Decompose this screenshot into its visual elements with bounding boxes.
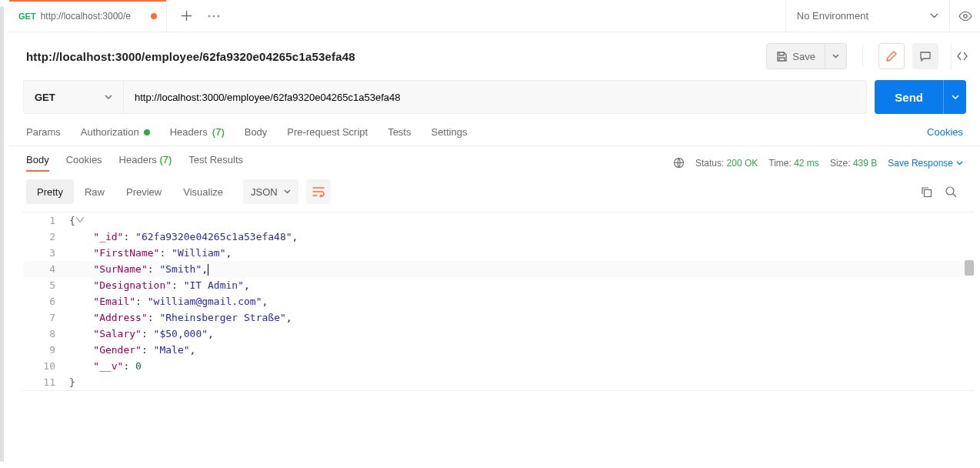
request-tabs: Params Authorization Headers (7) Body Pr… — [9, 114, 980, 145]
code-token: "Email" — [93, 296, 135, 307]
request-name[interactable]: http://localhost:3000/employee/62fa9320e… — [26, 50, 355, 63]
code-token: "Designation" — [93, 279, 172, 291]
code-icon — [957, 51, 968, 62]
tab-authorization[interactable]: Authorization — [81, 126, 150, 138]
plus-icon — [181, 10, 192, 22]
view-toolbar: Pretty Raw Preview Visualize JSON — [9, 172, 980, 212]
code-token: "_id" — [93, 231, 123, 242]
tab-body[interactable]: Body — [245, 126, 268, 138]
res-tab-body[interactable]: Body — [26, 154, 49, 172]
view-preview[interactable]: Preview — [115, 179, 172, 204]
environment-quicklook-button[interactable] — [949, 0, 980, 32]
left-gutter-handle[interactable] — [0, 6, 4, 462]
search-button[interactable] — [938, 179, 963, 204]
chevron-down-icon — [952, 95, 959, 99]
chevron-down-icon — [284, 189, 291, 194]
tab-method-label: GET — [18, 12, 36, 21]
dots-icon — [208, 15, 220, 18]
code-token: "Smith" — [159, 263, 202, 275]
save-button[interactable]: Save — [766, 43, 825, 69]
pencil-icon — [885, 50, 898, 62]
edit-button[interactable] — [878, 43, 905, 69]
chevron-down-icon — [956, 161, 963, 165]
send-button[interactable]: Send — [875, 80, 943, 114]
svg-point-6 — [946, 187, 954, 195]
method-label: GET — [35, 92, 55, 103]
request-tab[interactable]: GET http://localhost:3000/e — [9, 0, 167, 32]
response-body[interactable]: 1{ 2 "_id": "62fa9320e04265c1a53efa48", … — [23, 212, 974, 391]
chevron-down-icon — [832, 54, 839, 58]
globe-icon[interactable] — [673, 157, 685, 169]
code-token: "william@gmail.com" — [148, 296, 262, 307]
tab-headers[interactable]: Headers (7) — [170, 126, 225, 138]
language-select[interactable]: JSON — [243, 179, 298, 204]
chevron-down-icon — [930, 13, 938, 18]
tab-bar: GET http://localhost:3000/e No Environme… — [9, 0, 980, 32]
chevron-down-icon — [105, 95, 112, 99]
code-token: "SurName" — [93, 263, 147, 275]
res-tab-testresults[interactable]: Test Results — [188, 154, 243, 172]
copy-button[interactable] — [914, 179, 938, 204]
status-block[interactable]: Status: 200 OK — [695, 158, 758, 169]
save-response-button[interactable]: Save Response — [888, 158, 963, 169]
tab-options-button[interactable] — [208, 15, 220, 18]
tab-tests[interactable]: Tests — [388, 126, 411, 138]
svg-point-1 — [213, 15, 215, 17]
size-block[interactable]: Size: 439 B — [830, 158, 877, 169]
environment-label: No Environment — [797, 10, 868, 22]
code-token: "__v" — [93, 360, 123, 372]
code-token: "William" — [172, 247, 225, 259]
code-token: "Salary" — [93, 328, 142, 339]
tab-settings[interactable]: Settings — [431, 126, 467, 138]
code-token: "Gender" — [93, 344, 142, 356]
headers-count: (7) — [212, 126, 225, 138]
time-block[interactable]: Time: 42 ms — [768, 158, 819, 169]
tab-title: http://localhost:3000/e — [41, 11, 146, 22]
save-label: Save — [792, 51, 815, 62]
cookies-link[interactable]: Cookies — [927, 126, 963, 138]
comment-button[interactable] — [912, 43, 938, 69]
tab-authorization-label: Authorization — [81, 126, 139, 138]
minimap-scroll[interactable] — [965, 260, 974, 276]
code-token: } — [69, 376, 75, 388]
url-input[interactable] — [124, 81, 866, 113]
code-token: "Rheinsberger Straße" — [159, 312, 285, 323]
new-tab-button[interactable] — [181, 10, 192, 22]
eye-icon — [958, 11, 972, 22]
environment-select[interactable]: No Environment — [785, 0, 949, 32]
save-options-button[interactable] — [825, 43, 847, 69]
tab-headers-label: Headers — [170, 126, 208, 138]
code-token: "FirstName" — [93, 247, 159, 259]
res-tab-headers-label: Headers — [119, 154, 157, 165]
view-pretty[interactable]: Pretty — [26, 179, 74, 204]
code-token: { — [69, 215, 75, 226]
send-options-button[interactable] — [943, 80, 966, 114]
language-label: JSON — [251, 186, 278, 198]
response-meta: Status: 200 OK Time: 42 ms Size: 439 B S… — [673, 157, 963, 169]
text-cursor — [208, 264, 208, 276]
tab-params[interactable]: Params — [26, 126, 61, 138]
res-tab-headers[interactable]: Headers (7) — [119, 154, 172, 172]
svg-point-3 — [963, 14, 966, 17]
right-sidebar-toggle[interactable] — [951, 43, 972, 69]
view-visualize[interactable]: Visualize — [172, 179, 234, 204]
code-token: "62fa9320e04265c1a53efa48" — [135, 231, 292, 242]
wrap-lines-button[interactable] — [306, 179, 331, 204]
tab-prerequest[interactable]: Pre-request Script — [287, 126, 368, 138]
search-icon — [945, 186, 957, 198]
unsaved-dot-icon — [151, 13, 157, 19]
res-headers-count: (7) — [159, 154, 172, 165]
view-raw[interactable]: Raw — [74, 179, 115, 204]
code-token: "Male" — [154, 344, 190, 356]
res-tab-cookies[interactable]: Cookies — [66, 154, 102, 172]
code-token: "$50,000" — [154, 328, 208, 339]
method-select[interactable]: GET — [24, 81, 124, 113]
save-icon — [776, 51, 788, 62]
svg-point-2 — [218, 15, 220, 17]
url-bar: GET Send — [23, 80, 966, 114]
auth-active-dot-icon — [144, 129, 150, 135]
code-token: "Address" — [93, 312, 147, 323]
fold-icon[interactable] — [75, 216, 85, 225]
workspace: GET http://localhost:3000/e No Environme… — [9, 0, 980, 468]
svg-point-0 — [208, 15, 211, 17]
